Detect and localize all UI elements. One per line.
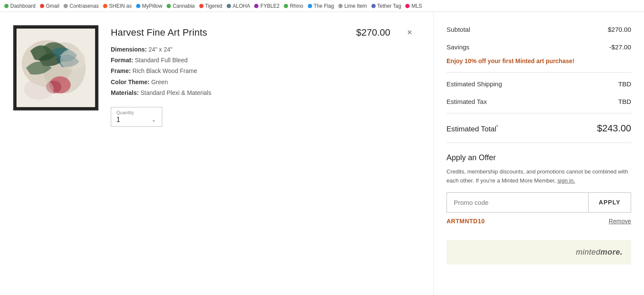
product-dimensions: Dimensions: 24" x 24" [111, 44, 416, 55]
cart-section: Harvest Fine Art Prints Dimensions: 24" … [0, 12, 434, 295]
nav-dot [64, 4, 68, 8]
product-materials: Materials: Standard Plexi & Materials [111, 88, 416, 98]
minted-more-logo: mintedmore. [576, 248, 623, 256]
quantity-selector[interactable]: Quantity 1 ⌄ [111, 107, 162, 127]
nav-dot [405, 4, 410, 8]
nav-label: Tigered [205, 3, 222, 9]
tax-value: TBD [618, 98, 631, 105]
svg-point-6 [24, 79, 54, 100]
minted-more-text: more [600, 248, 620, 256]
nav-label: The Flag [314, 3, 334, 9]
nav-dot [40, 4, 44, 8]
product-artwork [13, 25, 98, 110]
nav-dot [254, 4, 258, 8]
dimensions-label: Dimensions: [111, 46, 147, 53]
nav-dot [103, 4, 107, 8]
nav-label: Contrasenas [70, 3, 99, 9]
quantity-value-row: 1 ⌄ [116, 116, 156, 124]
nav-dot [167, 4, 171, 8]
order-summary-section: Subtotal $270.00 Savings -$27.00 Enjoy 1… [434, 12, 644, 295]
nav-item-fyble2[interactable]: FYBLE2 [254, 3, 279, 9]
applied-code-row: ARTMNTD10 Remove [447, 218, 631, 225]
sign-in-link[interactable]: sign in. [557, 177, 575, 184]
nav-label: Tether Tag [377, 3, 401, 9]
promo-banner: Enjoy 10% off your first Minted art purc… [447, 56, 631, 70]
shipping-row: Estimated Shipping TBD [447, 75, 631, 93]
product-price: $270.00 [356, 27, 390, 38]
nav-dot [308, 4, 312, 8]
format-value: Standard Full Bleed [135, 57, 188, 64]
product-meta: Dimensions: 24" x 24" Format: Standard F… [111, 44, 416, 98]
nav-label: Lime Item [344, 3, 367, 9]
total-superscript: * [496, 125, 498, 129]
subtotal-row: Subtotal $270.00 [447, 21, 631, 38]
remove-promo-link[interactable]: Remove [609, 218, 631, 225]
color-value: Green [151, 79, 168, 85]
frame-label: Frame: [111, 67, 131, 74]
nav-item-sheinas[interactable]: SHEIN as [103, 3, 132, 9]
product-format: Format: Standard Full Bleed [111, 55, 416, 66]
nav-label: Dashboard [10, 3, 36, 9]
subtotal-value: $270.00 [608, 26, 631, 33]
color-label: Color Theme: [111, 79, 149, 85]
promo-input-row: APPLY [447, 192, 631, 213]
nav-dot [284, 4, 288, 8]
tax-row: Estimated Tax TBD [447, 93, 631, 110]
offer-section: Apply an Offer Credits, membership disco… [447, 143, 631, 231]
cart-item: Harvest Fine Art Prints Dimensions: 24" … [13, 25, 416, 127]
apply-promo-button[interactable]: APPLY [589, 192, 631, 213]
nav-item-aloha[interactable]: ALOHA [227, 3, 250, 9]
remove-item-button[interactable]: × [403, 26, 416, 39]
product-image [13, 25, 99, 111]
product-frame: Frame: Rich Black Wood Frame [111, 66, 416, 76]
top-navigation: Dashboard Gmail Contrasenas SHEIN as MyP… [0, 0, 644, 12]
nav-item-cannabia[interactable]: Cannabia [167, 3, 194, 9]
nav-item-contrasenas[interactable]: Contrasenas [64, 3, 99, 9]
offer-title: Apply an Offer [447, 153, 631, 162]
quantity-label: Quantity [116, 110, 156, 115]
applied-promo-code: ARTMNTD10 [447, 218, 485, 225]
nav-item-gmail[interactable]: Gmail [40, 3, 59, 9]
minted-more-banner: mintedmore. [447, 240, 631, 265]
nav-item-rhino[interactable]: Rhino [284, 3, 303, 9]
nav-dot [371, 4, 376, 8]
nav-label: Cannabia [173, 3, 194, 9]
total-row: Estimated Total* $243.00 [447, 116, 631, 143]
materials-label: Materials: [111, 89, 139, 96]
subtotal-label: Subtotal [447, 26, 470, 33]
close-icon: × [407, 27, 412, 37]
nav-dot [338, 4, 343, 8]
nav-item-mls[interactable]: MLS [405, 3, 422, 9]
nav-item-tethertag[interactable]: Tether Tag [371, 3, 401, 9]
format-label: Format: [111, 57, 133, 64]
nav-item-theflag[interactable]: The Flag [308, 3, 334, 9]
chevron-down-icon: ⌄ [152, 117, 156, 123]
materials-value: Standard Plexi & Materials [140, 89, 211, 96]
svg-point-5 [60, 49, 85, 70]
nav-label: SHEIN as [109, 3, 132, 9]
nav-label: FYBLE2 [260, 3, 279, 9]
summary-divider-2 [447, 113, 631, 113]
minted-logo-text: minted [576, 248, 600, 256]
summary-divider [447, 72, 631, 73]
nav-dot [199, 4, 204, 8]
nav-item-mypillow[interactable]: MyPillow [136, 3, 162, 9]
frame-value: Rich Black Wood Frame [133, 67, 197, 74]
savings-row: Savings -$27.00 [447, 38, 631, 56]
nav-dot [136, 4, 140, 8]
savings-value: -$27.00 [609, 43, 631, 51]
total-label: Estimated Total* [447, 125, 498, 134]
nav-item-tigered[interactable]: Tigered [199, 3, 222, 9]
dimensions-value: 24" x 24" [149, 46, 173, 53]
tax-label: Estimated Tax [447, 98, 487, 105]
main-content: Harvest Fine Art Prints Dimensions: 24" … [0, 12, 644, 295]
quantity-value: 1 [116, 116, 120, 124]
nav-item-dashboard[interactable]: Dashboard [4, 3, 36, 9]
total-value: $243.00 [597, 123, 631, 134]
minted-more-dot: . [620, 248, 623, 256]
shipping-value: TBD [618, 80, 631, 88]
promo-code-input[interactable] [447, 192, 589, 213]
nav-label: ALOHA [233, 3, 250, 9]
nav-item-limeitem[interactable]: Lime Item [338, 3, 367, 9]
nav-label: Gmail [46, 3, 59, 9]
